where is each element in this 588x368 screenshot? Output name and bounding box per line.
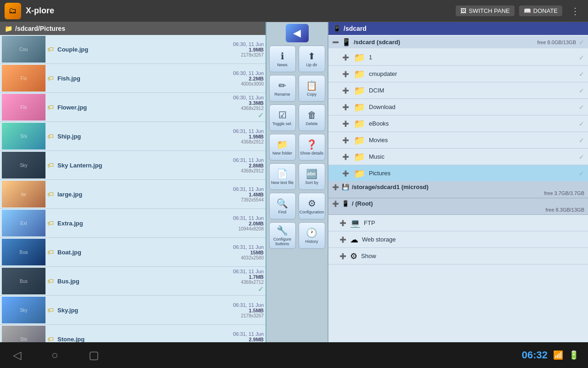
check-mark: ✓ bbox=[235, 111, 264, 120]
list-item[interactable]: Sto 🏷 Stone.jpg 06:31, 11 Jun 2.9MB 2718… bbox=[0, 325, 266, 342]
special-item-web_storage[interactable]: ➕ ☁ Web storage bbox=[328, 231, 588, 248]
list-item[interactable]: Sky 🏷 Sky Lantern.jpg 06:31, 11 Jun 2.8M… bbox=[0, 151, 266, 180]
switch-pane-button[interactable]: 🖼 SWITCH PANE bbox=[456, 6, 514, 16]
tree-folder-item[interactable]: ➕ 📁 Music ✓ bbox=[328, 149, 588, 165]
tree-folder-item[interactable]: ➕ 📁 1 ✓ bbox=[328, 49, 588, 66]
tree-folder-item[interactable]: ➕ 📁 cmupdater ✓ bbox=[328, 66, 588, 82]
expand-icon: ➕ bbox=[342, 137, 349, 144]
sdcard-icon: 📱 bbox=[333, 25, 341, 32]
wifi-icon: 📶 bbox=[553, 350, 563, 360]
tree-root-item[interactable]: ➖ 📱 /sdcard (sdcard) free 8.0GB/13GB ✓ bbox=[328, 36, 588, 48]
root-name: /sdcard (sdcard) bbox=[354, 39, 400, 46]
folder-check: ✓ bbox=[579, 70, 584, 78]
list-item[interactable]: Boa 🏷 Boat.jpg 06:31, 11 Jun 15MB 4032x2… bbox=[0, 238, 266, 267]
sort_by-button[interactable]: 🔤Sort by bbox=[299, 163, 325, 190]
new_folder-button[interactable]: 📁New folder bbox=[269, 134, 296, 161]
up_dir-label: Up dir bbox=[306, 63, 317, 67]
file-name: Sky.jpg bbox=[57, 307, 229, 314]
file-size: 2.9MB bbox=[233, 337, 264, 342]
tree-folder-item[interactable]: ➕ 📁 DCIM ✓ bbox=[328, 82, 588, 99]
configure_buttons-button[interactable]: 🔧Configure buttons bbox=[269, 222, 296, 249]
right-pane: 📱 /sdcard ➖ 📱 /sdcard (sdcard) free 8.0G… bbox=[328, 22, 588, 342]
storage-name: ➕ 💾 /storage/sdcard1 (microsd) bbox=[332, 184, 584, 190]
copy-button[interactable]: 📋Copy bbox=[299, 75, 325, 102]
tree-folder-item[interactable]: ➕ 📁 eBooks ✓ bbox=[328, 115, 588, 132]
history-button[interactable]: 🕐History bbox=[299, 222, 325, 249]
expand-icon: ➕ bbox=[342, 121, 349, 127]
file-name: Bus.jpg bbox=[57, 278, 229, 285]
storage-free: free 3.7GB/3.7GB bbox=[332, 190, 584, 196]
back-arrow-button[interactable]: ◀ bbox=[286, 24, 309, 42]
delete-button[interactable]: 🗑Delete bbox=[299, 104, 325, 131]
file-thumbnail: Ext bbox=[2, 210, 45, 236]
storage-item[interactable]: ➕ 📱 / (Root) free 8.3GB/13GB bbox=[328, 198, 588, 215]
folder-icon: 📁 bbox=[354, 151, 365, 162]
toggle_sel-icon: ☑ bbox=[278, 109, 287, 121]
file-thumbnail: Flo bbox=[2, 94, 45, 121]
button-row: ℹNews⬆Up dir bbox=[268, 44, 327, 74]
folder-name: eBooks bbox=[369, 120, 389, 127]
list-item[interactable]: Flo 🏷 Flower.jpg 06:30, 11 Jun 3.3MB 436… bbox=[0, 93, 266, 122]
special-item-ftp[interactable]: ➕ 💻 FTP bbox=[328, 215, 588, 231]
file-size: 1.9MB bbox=[233, 134, 264, 139]
button-row: ☑Toggle sel.🗑Delete bbox=[268, 103, 327, 132]
list-item[interactable]: Ext 🏷 Extra.jpg 06:31, 11 Jun 2.0MB 1094… bbox=[0, 209, 266, 238]
folder-badge-icon: 🏷 bbox=[47, 161, 54, 169]
file-meta: 06:31, 11 Jun 2.0MB 10944x8208 bbox=[233, 215, 264, 231]
list-item[interactable]: Shi 🏷 Ship.jpg 06:31, 11 Jun 1.9MB 4368x… bbox=[0, 122, 266, 151]
folder-badge-icon: 🏷 bbox=[47, 306, 54, 314]
new_folder-label: New folder bbox=[272, 151, 292, 155]
top-bar-actions: 🖼 SWITCH PANE 📖 DONATE ⋮ bbox=[456, 4, 583, 18]
toggle_sel-button[interactable]: ☑Toggle sel. bbox=[269, 104, 296, 131]
news-button[interactable]: ℹNews bbox=[269, 46, 296, 72]
storage-device-icon: 📱 bbox=[342, 200, 349, 207]
rename-button[interactable]: ✏Rename bbox=[269, 75, 296, 102]
file-dims: 10944x8208 bbox=[233, 226, 264, 231]
news-label: News bbox=[277, 63, 288, 67]
configuration-button[interactable]: ⚙Configuration bbox=[299, 193, 325, 219]
donate-button[interactable]: 📖 DONATE bbox=[519, 6, 562, 16]
list-item[interactable]: Bus 🏷 Bus.jpg 06:31, 11 Jun 1.7MB 4368x2… bbox=[0, 267, 266, 296]
middle-buttons: ℹNews⬆Up dir✏Rename📋Copy☑Toggle sel.🗑Del… bbox=[268, 44, 327, 250]
storage-name: ➕ 📱 / (Root) bbox=[332, 200, 584, 207]
back-nav-button[interactable]: ◁ bbox=[9, 345, 25, 365]
folder-check: ✓ bbox=[579, 170, 584, 177]
folder-check: ✓ bbox=[579, 120, 584, 127]
find-button[interactable]: 🔍Find bbox=[269, 193, 296, 219]
folder-badge-icon: 🏷 bbox=[47, 190, 54, 198]
list-item[interactable]: lar 🏷 large.jpg 06:31, 11 Jun 1.4MB 7392… bbox=[0, 180, 266, 209]
file-date: 06:31, 11 Jun bbox=[233, 186, 264, 192]
list-item[interactable]: Sky 🏷 Sky.jpg 06:31, 11 Jun 1.5MB 2178x3… bbox=[0, 296, 266, 325]
list-item[interactable]: Fis 🏷 Fish.jpg 06:30, 11 Jun 2.2MB 4000x… bbox=[0, 64, 266, 93]
file-dims: 2178x3267 bbox=[233, 313, 264, 318]
home-nav-button[interactable]: ○ bbox=[48, 345, 62, 365]
file-meta: 06:31, 11 Jun 2.9MB 2718x4076 bbox=[233, 331, 264, 343]
special-item-show[interactable]: ➕ ⚙ Show bbox=[328, 248, 588, 264]
show_details-button[interactable]: ❓Show details bbox=[299, 134, 325, 161]
expand-icon: ➕ bbox=[332, 184, 339, 190]
expand-icon: ➕ bbox=[342, 71, 349, 77]
web_storage-icon: ☁ bbox=[350, 235, 358, 245]
show_details-label: Show details bbox=[300, 151, 323, 155]
news-icon: ℹ bbox=[281, 51, 284, 62]
up_dir-icon: ⬆ bbox=[308, 51, 316, 62]
tree-folder-item[interactable]: ➕ 📁 Movies ✓ bbox=[328, 132, 588, 149]
file-meta: 06:30, 11 Jun 3.3MB 4368x2912 ✓ bbox=[233, 95, 264, 120]
tree-folder-item[interactable]: ➕ 📁 Pictures ✓ bbox=[328, 165, 588, 182]
recent-nav-button[interactable]: ▢ bbox=[85, 345, 103, 365]
expand-icon: ➕ bbox=[342, 54, 349, 61]
file-info: large.jpg bbox=[54, 191, 233, 198]
overflow-menu-button[interactable]: ⋮ bbox=[567, 4, 583, 18]
file-info: Couple.jpg bbox=[54, 46, 233, 53]
tree-folder-item[interactable]: ➕ 📁 Download ✓ bbox=[328, 99, 588, 115]
file-date: 06:30, 11 Jun bbox=[233, 41, 264, 47]
find-icon: 🔍 bbox=[277, 198, 288, 209]
new_text_file-button[interactable]: 📄New text file bbox=[269, 163, 296, 190]
folder-badge-icon: 🏷 bbox=[47, 75, 54, 82]
file-info: Bus.jpg bbox=[54, 278, 233, 285]
list-item[interactable]: Cou 🏷 Couple.jpg 06:30, 11 Jun 1.9MB 217… bbox=[0, 35, 266, 64]
delete-label: Delete bbox=[305, 121, 317, 126]
button-row: 📁New folder❓Show details bbox=[268, 132, 327, 162]
up_dir-button[interactable]: ⬆Up dir bbox=[299, 46, 325, 72]
storage-item[interactable]: ➕ 💾 /storage/sdcard1 (microsd) free 3.7G… bbox=[328, 182, 588, 198]
